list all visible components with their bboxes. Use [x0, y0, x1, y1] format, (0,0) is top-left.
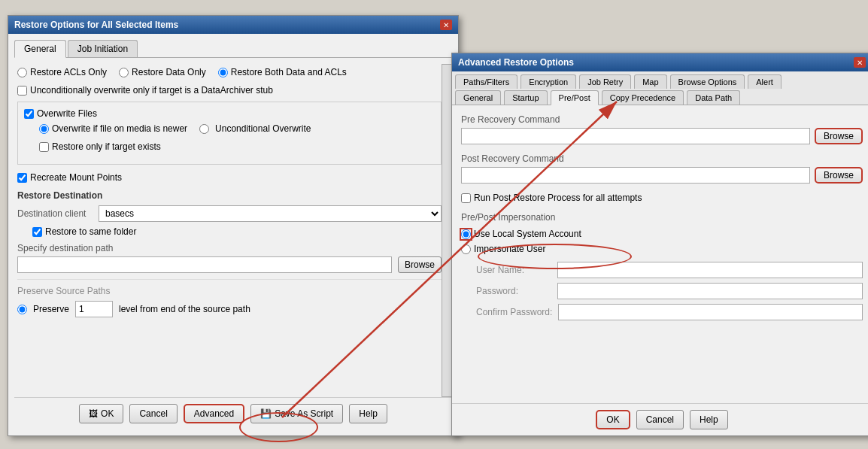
user-name-input[interactable]: [557, 262, 863, 278]
password-label: Password:: [476, 286, 551, 296]
adv-tab-alert[interactable]: Alert: [748, 74, 782, 89]
adv-tab-copy-precedence[interactable]: Copy Precedence: [602, 90, 684, 105]
save-as-script-button[interactable]: 💾 Save As Script: [250, 404, 343, 423]
adv-help-label: Help: [700, 414, 718, 425]
cancel-button[interactable]: Cancel: [129, 404, 177, 423]
adv-tab-job-retry[interactable]: Job Retry: [579, 74, 631, 89]
pre-recovery-browse-btn[interactable]: Browse: [815, 128, 863, 144]
advanced-restore-dialog: Advanced Restore Options ✕ Paths/Filters…: [451, 53, 868, 436]
preserve-label: Preserve: [33, 304, 69, 314]
confirm-password-input[interactable]: [558, 304, 863, 320]
adv-tab-map[interactable]: Map: [634, 74, 666, 89]
confirm-password-label: Confirm Password:: [476, 307, 552, 317]
post-recovery-label: Post Recovery Command: [461, 153, 863, 164]
run-post-restore-checkbox[interactable]: [461, 193, 471, 203]
password-row: Password:: [476, 283, 863, 299]
overwrite-section: Overwrite Files Overwrite if file on med…: [17, 102, 442, 165]
advanced-dialog-close[interactable]: ✕: [854, 57, 866, 68]
post-recovery-input[interactable]: [461, 167, 810, 184]
tab-job-initiation[interactable]: Job Initiation: [68, 40, 138, 57]
restore-type-radio-group: Restore ACLs Only Restore Data Only Rest…: [17, 67, 442, 77]
radio-newer-label: Overwrite if file on media is newer: [52, 123, 187, 134]
pre-recovery-input-row: Browse: [461, 128, 863, 144]
confirm-password-row: Confirm Password:: [476, 304, 863, 320]
radio-unconditional[interactable]: Unconditional Overwrite: [199, 123, 311, 134]
radio-use-local-system[interactable]: [461, 229, 471, 239]
radio-use-local-system-row[interactable]: Use Local System Account: [461, 229, 863, 239]
scrollbar[interactable]: [442, 64, 452, 397]
restore-general-content: Restore ACLs Only Restore Data Only Rest…: [14, 64, 452, 397]
help-label: Help: [359, 408, 378, 419]
radio-unconditional-label: Unconditional Overwrite: [215, 123, 311, 134]
radio-data-only-label: Restore Data Only: [132, 67, 206, 77]
adv-ok-button[interactable]: OK: [596, 410, 630, 429]
radio-restore-acls-only[interactable]: Restore ACLs Only: [17, 67, 107, 77]
impersonation-section-title: Pre/Post Impersonation: [461, 212, 863, 223]
help-button[interactable]: Help: [349, 404, 387, 423]
run-post-restore-row[interactable]: Run Post Restore Process for all attempt…: [461, 193, 863, 203]
advanced-dialog-buttons: OK Cancel Help: [452, 403, 868, 435]
post-recovery-browse-btn[interactable]: Browse: [815, 167, 863, 184]
stub-overwrite-checkbox-row[interactable]: Unconditionally overwrite only if target…: [17, 85, 442, 96]
impersonation-section: Pre/Post Impersonation Use Local System …: [461, 212, 863, 320]
adv-tab-startup[interactable]: Startup: [504, 90, 547, 105]
restore-same-folder-checkbox[interactable]: [32, 227, 42, 237]
advanced-button[interactable]: Advanced: [184, 404, 244, 423]
preserve-level-input[interactable]: 1: [75, 301, 113, 317]
pre-recovery-input[interactable]: [461, 128, 810, 144]
radio-impersonate-user[interactable]: [461, 244, 471, 254]
restore-same-folder-row[interactable]: Restore to same folder: [32, 226, 442, 237]
stub-overwrite-checkbox[interactable]: [17, 86, 27, 96]
adv-cancel-button[interactable]: Cancel: [636, 410, 684, 429]
recreate-mount-points-checkbox[interactable]: [17, 173, 27, 183]
impersonate-user-label: Impersonate User: [474, 244, 545, 254]
specify-dest-path-section: Specify destination path Browse: [17, 243, 442, 273]
advanced-dialog-titlebar: Advanced Restore Options ✕: [452, 53, 868, 71]
specify-dest-path-label: Specify destination path: [17, 243, 442, 253]
tab-general[interactable]: General: [14, 40, 66, 58]
radio-impersonate-user-row[interactable]: Impersonate User: [461, 244, 863, 254]
dest-client-row: Destination client basecs: [17, 205, 442, 222]
adv-help-button[interactable]: Help: [690, 410, 728, 429]
advanced-dialog-body: Paths/Filters Encryption Job Retry Map B…: [452, 71, 868, 435]
restore-only-if-target-checkbox[interactable]: [39, 142, 49, 152]
save-as-script-label: Save As Script: [275, 408, 333, 419]
dest-path-browse-btn[interactable]: Browse: [398, 256, 442, 273]
password-input[interactable]: [557, 283, 863, 299]
adv-tab-general[interactable]: General: [455, 90, 501, 105]
restore-dialog-buttons: 🖼 OK Cancel Advanced 💾 Save As Script He…: [14, 397, 452, 429]
overwrite-files-checkbox[interactable]: [24, 109, 34, 119]
radio-newer[interactable]: Overwrite if file on media is newer: [39, 123, 187, 134]
restore-tab-bar: General Job Initiation: [14, 40, 452, 58]
restore-only-if-target-row[interactable]: Restore only if target exists: [39, 141, 435, 152]
user-fields-section: User Name: Password: Confirm Password:: [476, 262, 863, 320]
preserve-row: Preserve 1 level from end of the source …: [17, 301, 442, 317]
restore-only-if-target-label: Restore only if target exists: [52, 141, 161, 152]
recreate-mount-points-row[interactable]: Recreate Mount Points: [17, 172, 442, 183]
preserve-section: Preserve Source Paths Preserve 1 level f…: [17, 279, 442, 317]
adv-tab-data-path[interactable]: Data Path: [687, 90, 740, 105]
preserve-radio[interactable]: [17, 305, 27, 314]
adv-tab-pre-post[interactable]: Pre/Post: [551, 90, 599, 105]
radio-restore-both[interactable]: Restore Both Data and ACLs: [218, 67, 347, 77]
adv-tab-paths-filters[interactable]: Paths/Filters: [455, 74, 517, 89]
dest-path-input[interactable]: [17, 256, 392, 273]
dest-client-label: Destination client: [17, 208, 93, 219]
adv-ok-label: OK: [606, 414, 619, 425]
stub-overwrite-label: Unconditionally overwrite only if target…: [30, 85, 273, 96]
impersonation-options: Use Local System Account Impersonate Use…: [461, 229, 863, 320]
dest-client-select[interactable]: basecs: [99, 205, 442, 222]
ok-button[interactable]: 🖼 OK: [79, 404, 123, 423]
radio-acls-only-label: Restore ACLs Only: [30, 67, 107, 77]
adv-tab-row-1: Paths/Filters Encryption Job Retry Map B…: [455, 74, 868, 89]
restore-dialog-title: Restore Options for All Selected Items: [14, 20, 178, 30]
radio-restore-data-only[interactable]: Restore Data Only: [119, 67, 206, 77]
dest-path-row: Browse: [17, 256, 442, 273]
adv-tab-encryption[interactable]: Encryption: [520, 74, 576, 89]
overwrite-options: Overwrite if file on media is newer Unco…: [39, 123, 435, 152]
restore-dialog-close[interactable]: ✕: [440, 20, 452, 30]
pre-recovery-section: Pre Recovery Command Browse: [461, 114, 863, 144]
restore-destination-label: Restore Destination: [17, 190, 442, 201]
restore-dialog-body: General Job Initiation Restore ACLs Only…: [8, 34, 458, 435]
adv-tab-browse-options[interactable]: Browse Options: [670, 74, 745, 89]
